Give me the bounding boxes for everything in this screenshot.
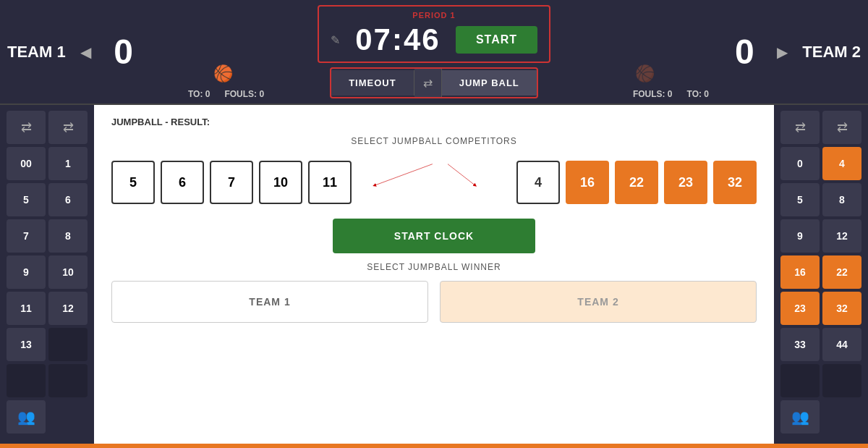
team2-to: TO: 0 (687, 89, 709, 99)
team2-score: 0 (726, 32, 762, 72)
main-content: ⇄ ⇄ 00 1 5 6 7 8 9 10 11 12 13 (0, 105, 868, 444)
left-empty-2 (7, 364, 46, 397)
right-player-16[interactable]: 16 (780, 255, 820, 289)
left-row-4: 9 10 (7, 255, 88, 289)
right-shuffle-button2[interactable]: ⇄ (822, 111, 861, 144)
left-player-6[interactable]: 6 (48, 183, 88, 216)
team1-winner-button[interactable]: TEAM 1 (111, 281, 428, 323)
right-player-0[interactable]: 0 (780, 147, 820, 180)
right-row-4: 16 22 (780, 255, 861, 289)
start-button[interactable]: START (456, 26, 537, 54)
team1-stats: TO: 0 FOULS: 0 (188, 89, 264, 99)
timeout-button[interactable]: TIMEOUT (331, 70, 414, 96)
left-roster-button[interactable]: 👥 (7, 400, 46, 434)
clock-row: ✎ 07:46 START (331, 22, 537, 57)
team1-to: TO: 0 (188, 89, 210, 99)
left-sidebar: ⇄ ⇄ 00 1 5 6 7 8 9 10 11 12 13 (0, 105, 94, 444)
team2-player-16[interactable]: 16 (566, 161, 609, 204)
team1-competitors: 5 6 7 10 11 (111, 161, 352, 204)
swap-button[interactable]: ⇄ (414, 69, 442, 97)
team1-player-5[interactable]: 5 (111, 161, 155, 204)
team2-possession-icon: 🏀 (635, 64, 655, 83)
left-player-12[interactable]: 12 (48, 292, 88, 325)
team1-player-10[interactable]: 10 (259, 161, 302, 204)
jump-ball-button[interactable]: JUMP BALL (442, 70, 537, 96)
right-player-8[interactable]: 8 (822, 183, 861, 216)
competitors-row: 5 6 7 10 11 4 16 22 23 32 (111, 155, 757, 210)
team2-player-4[interactable]: 4 (516, 161, 560, 204)
left-shuffle-button[interactable]: ⇄ (7, 111, 46, 144)
left-player-9[interactable]: 9 (7, 255, 46, 289)
clock-edit-icon[interactable]: ✎ (331, 33, 340, 47)
right-player-9[interactable]: 9 (780, 219, 820, 253)
left-player-5[interactable]: 5 (7, 183, 46, 216)
team2-competitors: 4 16 22 23 32 (516, 161, 757, 204)
right-row-6: 33 44 (780, 328, 861, 361)
left-shuffle-button2[interactable]: ⇄ (48, 111, 88, 144)
team2-player-22[interactable]: 22 (615, 161, 658, 204)
right-roster-button[interactable]: 👥 (780, 400, 820, 434)
period-box: PERIOD 1 ✎ 07:46 START (318, 5, 550, 63)
right-player-33[interactable]: 33 (780, 328, 820, 361)
left-row-6: 13 (7, 328, 88, 361)
team2-score-increase[interactable]: ▶ (777, 43, 788, 61)
right-player-44[interactable]: 44 (822, 328, 861, 361)
start-clock-button[interactable]: START CLOCK (333, 219, 535, 253)
right-player-12[interactable]: 12 (822, 219, 861, 253)
left-row-3: 7 8 (7, 219, 88, 253)
team2-player-32[interactable]: 32 (713, 161, 757, 204)
right-row-2: 5 8 (780, 183, 861, 216)
right-row-3: 9 12 (780, 219, 861, 253)
team1-possession-icon: 🏀 (213, 64, 233, 83)
right-shuffle-row: ⇄ ⇄ (780, 111, 861, 144)
team2-winner-button[interactable]: TEAM 2 (440, 281, 757, 323)
svg-line-1 (448, 164, 475, 186)
team1-fouls: FOULS: 0 (224, 89, 264, 99)
action-buttons: TIMEOUT ⇄ JUMP BALL (330, 67, 538, 98)
left-player-7[interactable]: 7 (7, 219, 46, 253)
team1-player-7[interactable]: 7 (210, 161, 253, 204)
period-label: PERIOD 1 (412, 11, 455, 20)
right-row-5: 23 32 (780, 292, 861, 325)
left-player-1[interactable]: 1 (48, 147, 88, 180)
right-row-1: 0 4 (780, 147, 861, 180)
right-player-4[interactable]: 4 (822, 147, 861, 180)
center-panel: JUMPBALL - RESULT: SELECT JUMPBALL COMPE… (94, 105, 774, 444)
team2-stats: FOULS: 0 TO: 0 (633, 89, 709, 99)
left-row-1: 00 1 (7, 147, 88, 180)
header: TEAM 1 ◀ 0 🏀 🏀 TO: 0 FOULS: 0 PERIOD 1 ✎… (0, 0, 868, 105)
left-player-13[interactable]: 13 (7, 328, 46, 361)
left-roster-row: 👥 (7, 400, 88, 434)
left-empty-1 (48, 328, 88, 361)
right-empty-2 (822, 364, 861, 397)
select-competitors-label: SELECT JUMPBALL COMPETITORS (111, 136, 757, 146)
team1-player-11[interactable]: 11 (308, 161, 352, 204)
left-row-5: 11 12 (7, 292, 88, 325)
left-row-2: 5 6 (7, 183, 88, 216)
left-player-8[interactable]: 8 (48, 219, 88, 253)
team2-name: TEAM 2 (802, 43, 861, 62)
svg-line-0 (375, 164, 433, 186)
select-winner-label: SELECT JUMPBALL WINNER (111, 262, 757, 272)
left-row-7 (7, 364, 88, 397)
team2-player-23[interactable]: 23 (664, 161, 707, 204)
right-empty-1 (780, 364, 820, 397)
right-player-32[interactable]: 32 (822, 292, 861, 325)
orange-bottom-bar (0, 444, 868, 448)
team1-score: 0 (106, 32, 142, 72)
left-player-11[interactable]: 11 (7, 292, 46, 325)
team2-fouls: FOULS: 0 (633, 89, 673, 99)
center-clock-panel: PERIOD 1 ✎ 07:46 START TIMEOUT ⇄ JUMP BA… (318, 5, 550, 98)
team1-player-6[interactable]: 6 (161, 161, 204, 204)
left-empty-3 (48, 364, 88, 397)
right-shuffle-button[interactable]: ⇄ (780, 111, 820, 144)
jumpball-result-label: JUMPBALL - RESULT: (111, 117, 757, 127)
left-player-10[interactable]: 10 (48, 255, 88, 289)
clock-display: 07:46 (347, 22, 448, 57)
team1-score-decrease[interactable]: ◀ (80, 43, 91, 61)
right-player-23[interactable]: 23 (780, 292, 820, 325)
right-player-5[interactable]: 5 (780, 183, 820, 216)
right-player-22[interactable]: 22 (822, 255, 861, 289)
left-player-00[interactable]: 00 (7, 147, 46, 180)
right-sidebar: ⇄ ⇄ 0 4 5 8 9 12 16 22 23 32 33 44 (774, 105, 868, 444)
